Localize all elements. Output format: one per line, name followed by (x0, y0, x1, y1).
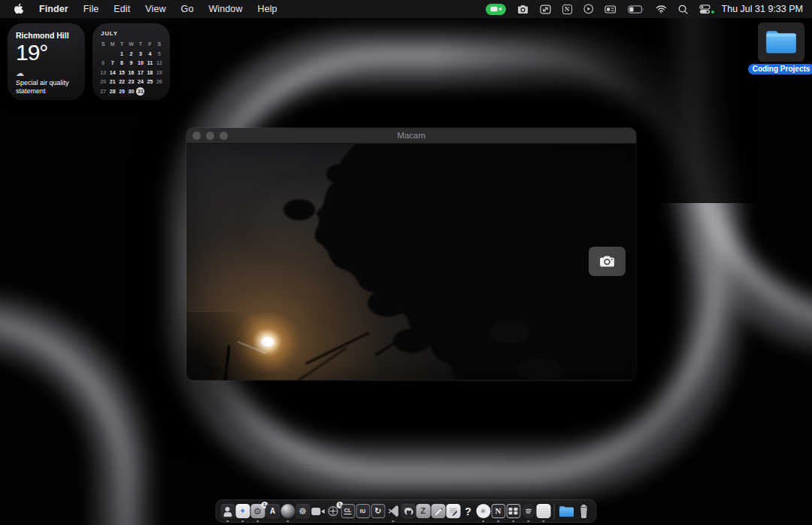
calendar-date: 18 (145, 68, 154, 77)
calendar-date: 31 (136, 87, 145, 96)
menu-item-go[interactable]: Go (174, 4, 201, 14)
spotify-waves-icon (523, 506, 533, 516)
calendar-widget[interactable]: JULY SMTWTFS1234567891011121314151617181… (92, 23, 170, 100)
calendar-day-header: W (126, 40, 135, 48)
calendar-date: 20 (98, 77, 108, 86)
calendar-date: 8 (117, 59, 126, 67)
folder-label: Coding Projects (748, 64, 812, 74)
calendar-date: 24 (136, 77, 145, 86)
calendar-month: JULY (101, 30, 164, 37)
calendar-day-header: T (117, 40, 126, 48)
menu-item-finder[interactable]: Finder (32, 4, 76, 14)
calendar-date: 7 (108, 59, 117, 67)
dock-icon-notes[interactable] (446, 499, 461, 523)
calendar-date: 16 (126, 68, 135, 77)
calendar-date: 3 (136, 50, 145, 58)
menu-item-edit[interactable]: Edit (106, 4, 138, 14)
dock-icon-github[interactable] (401, 499, 416, 523)
dock-icon-pencil-editor[interactable] (431, 499, 446, 523)
calendar-day-header: S (98, 40, 108, 48)
folder-selection-plate (758, 23, 804, 62)
desktop: Finder FileEditViewGoWindowHelp N (0, 0, 812, 525)
calendar-date: 5 (155, 50, 164, 58)
dock-icon-zed[interactable]: Z (416, 499, 431, 523)
calendar-grid: SMTWTFS123456789101112131415161718192021… (98, 40, 164, 96)
calendar-date: 4 (145, 50, 154, 58)
dock-icon-notion[interactable]: N (491, 499, 506, 523)
calendar-date (108, 50, 117, 58)
calendar-date: 1 (117, 50, 126, 58)
calendar-date: 27 (98, 87, 108, 96)
vscode-icon (386, 505, 399, 517)
calendar-date: 15 (117, 68, 126, 77)
dock-icon-vscode[interactable] (386, 499, 401, 523)
weather-alert: Special air quality statement (16, 79, 77, 96)
dock-icon-trash[interactable] (575, 499, 592, 523)
dock-icon-refresh-app[interactable]: ↻ (371, 499, 386, 523)
dock-icon-voice-assistant[interactable] (220, 499, 235, 523)
dock-icon-downloads-folder[interactable] (558, 499, 575, 523)
weather-widget[interactable]: Richmond Hill 19° ☁ Special air quality … (8, 23, 85, 100)
menu-item-file[interactable]: File (76, 4, 107, 14)
calendar-today: 31 (136, 87, 144, 96)
calendar-date: 17 (136, 68, 145, 77)
dock-divider (554, 503, 555, 520)
play-icon[interactable] (583, 4, 594, 14)
weather-temperature: 19° (16, 41, 77, 65)
dock-icon-media-reel[interactable]: 1 (326, 499, 341, 523)
calendar-date: 13 (98, 68, 108, 77)
menu-item-view[interactable]: View (138, 4, 173, 14)
control-center-icon[interactable] (699, 5, 710, 14)
dock-icon-sphere-app[interactable] (280, 499, 295, 523)
keyboard-icon[interactable] (604, 5, 617, 14)
calendar-date: 10 (136, 59, 145, 67)
dock-icon-photos[interactable]: ✦ (235, 499, 250, 523)
macam-window[interactable]: Macam (186, 128, 636, 381)
dock-icon-chatgpt[interactable]: ✳ (476, 499, 491, 523)
pencil-icon (433, 506, 443, 516)
menu-items: FileEditViewGoWindowHelp (76, 4, 285, 14)
screen-capture-icon[interactable] (540, 5, 551, 14)
battery-icon[interactable] (628, 5, 644, 14)
calendar-day-header: M (108, 40, 117, 48)
dock-icon-notion-calendar[interactable] (506, 499, 521, 523)
calendar-day-header: T (136, 40, 145, 48)
apple-menu-icon[interactable] (14, 4, 24, 15)
notion-menu-icon[interactable]: N (562, 5, 572, 14)
calendar-date: 29 (117, 87, 126, 96)
calendar-day-header: F (145, 40, 154, 48)
calendar-date: 23 (126, 77, 135, 86)
menu-bar-clock[interactable]: Thu Jul 31 9:33 PM (722, 4, 804, 14)
dock-icon-unknown-app[interactable]: ? (461, 499, 476, 523)
calendar-date (155, 87, 164, 96)
dock-icon-intellij[interactable]: IU (356, 499, 371, 523)
calendar-date: 12 (155, 59, 164, 67)
camera-feed (186, 144, 636, 380)
calendar-date: 11 (145, 59, 154, 67)
wifi-icon[interactable] (656, 5, 667, 14)
menu-item-window[interactable]: Window (201, 4, 250, 14)
camera-icon[interactable] (517, 5, 529, 14)
calendar-date (98, 50, 108, 58)
window-titlebar[interactable]: Macam (186, 128, 636, 144)
dock-icon-clion[interactable]: CL (341, 499, 356, 523)
camera-active-indicator-icon[interactable] (486, 4, 506, 15)
dock-icon-anki[interactable] (536, 499, 551, 523)
menu-item-help[interactable]: Help (250, 4, 285, 14)
search-icon[interactable] (678, 5, 688, 14)
dock-icon-automator[interactable]: ☸ (295, 499, 311, 523)
dock-icon-app-store[interactable]: A (265, 499, 280, 523)
weather-location: Richmond Hill (16, 31, 77, 40)
wallpaper-tube-left (0, 295, 150, 525)
dock-icon-video-camera[interactable] (311, 499, 326, 523)
desktop-folder-coding-projects[interactable]: Coding Projects (754, 23, 808, 74)
calendar-date: 26 (155, 77, 164, 86)
note-pencil-icon (448, 506, 458, 516)
corner-shadow (186, 312, 284, 380)
calendar-date: 25 (145, 77, 154, 86)
dock-icon-settings[interactable]: ⚙1 (250, 499, 265, 523)
calendar-date: 21 (108, 77, 117, 86)
blue-folder-icon (558, 505, 574, 518)
trash-icon (577, 504, 589, 518)
dock-icon-spotify[interactable] (521, 499, 536, 523)
